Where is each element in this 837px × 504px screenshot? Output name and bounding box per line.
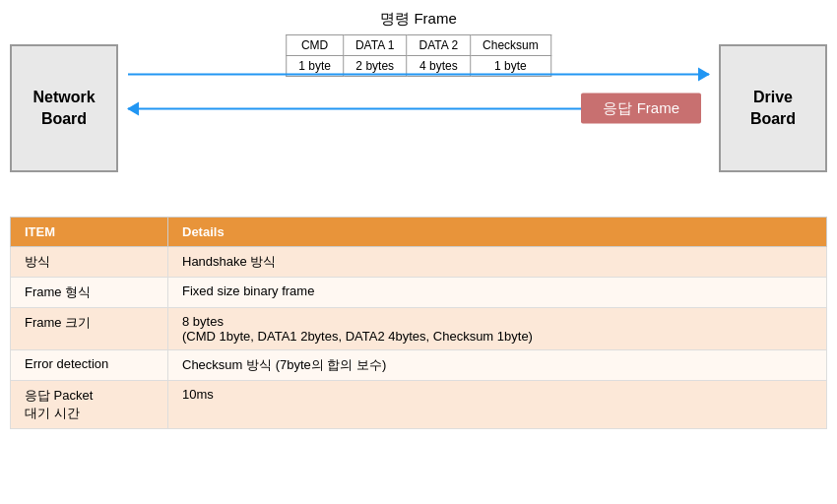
drive-board: DriveBoard <box>719 44 827 172</box>
table-row: Error detection Checksum 방식 (7byte의 합의 보… <box>11 350 827 381</box>
frame-header-data1: DATA 1 <box>343 35 407 56</box>
info-header-details: Details <box>168 218 827 247</box>
item-cell: 방식 <box>11 247 168 278</box>
details-cell: Fixed size binary frame <box>168 278 827 308</box>
command-frame: 명령 Frame CMD DATA 1 DATA 2 Checksum 1 by… <box>286 10 551 77</box>
details-cell: Checksum 방식 (7byte의 합의 보수) <box>168 350 827 381</box>
details-cell: 8 bytes(CMD 1byte, DATA1 2bytes, DATA2 4… <box>168 308 827 350</box>
frame-header-data2: DATA 2 <box>407 35 471 56</box>
arrows-area: 응답 Frame <box>128 74 709 124</box>
details-cell: Handshake 방식 <box>168 247 827 278</box>
drive-board-label: DriveBoard <box>750 87 796 131</box>
item-cell: Frame 형식 <box>11 278 168 308</box>
arrow-line-left <box>128 107 581 109</box>
bottom-section: ITEM Details 방식 Handshake 방식 Frame 형식 Fi… <box>10 217 827 429</box>
details-cell: 10ms <box>168 381 827 429</box>
info-header-item: ITEM <box>11 218 168 247</box>
item-cell: Error detection <box>11 350 168 381</box>
table-row: Frame 형식 Fixed size binary frame <box>11 278 827 308</box>
command-frame-label: 명령 Frame <box>286 10 551 29</box>
item-cell: 응답 Packet대기 시간 <box>11 381 168 429</box>
frame-table: CMD DATA 1 DATA 2 Checksum 1 byte 2 byte… <box>286 34 551 77</box>
response-label: 응답 Frame <box>581 94 701 124</box>
table-row: Frame 크기 8 bytes(CMD 1byte, DATA1 2bytes… <box>11 308 827 350</box>
arrow-left: 응답 Frame <box>128 94 709 124</box>
arrow-line-right <box>128 74 709 76</box>
network-board: NetworkBoard <box>10 44 118 172</box>
top-section: NetworkBoard DriveBoard 명령 Frame CMD DAT… <box>0 0 837 217</box>
arrow-right <box>128 74 709 76</box>
info-table: ITEM Details 방식 Handshake 방식 Frame 형식 Fi… <box>10 217 827 429</box>
item-cell: Frame 크기 <box>11 308 168 350</box>
frame-header-cmd: CMD <box>287 35 344 56</box>
table-row: 응답 Packet대기 시간 10ms <box>11 381 827 429</box>
table-row: 방식 Handshake 방식 <box>11 247 827 278</box>
network-board-label: NetworkBoard <box>32 87 95 131</box>
frame-header-checksum: Checksum <box>471 35 551 56</box>
